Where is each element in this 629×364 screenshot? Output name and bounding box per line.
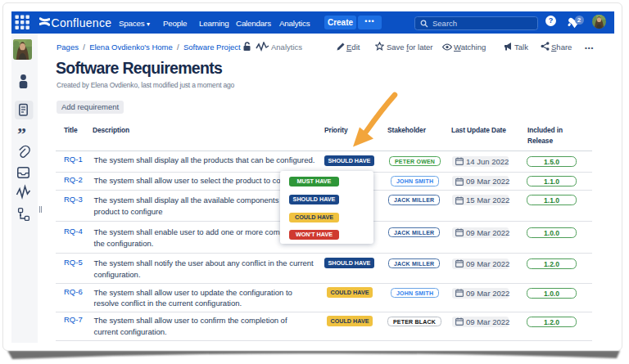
svg-text:”: ”	[17, 124, 26, 144]
